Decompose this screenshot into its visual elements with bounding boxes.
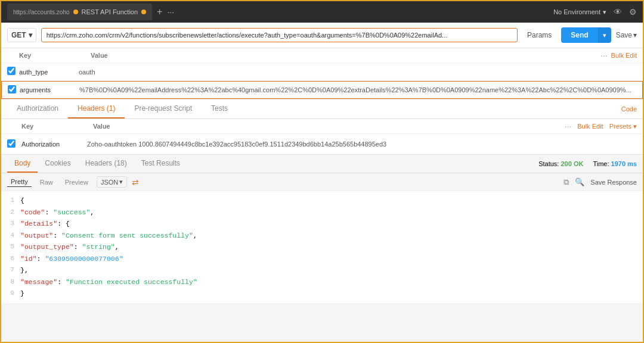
chevron-down-icon: ▾ xyxy=(119,178,123,186)
headers-section: Key Value ··· Bulk Edit Presets ▾ Author… xyxy=(1,119,643,155)
params-rows: auth_type oauth arguments %7B%0D%0A09%22… xyxy=(1,63,643,99)
code-line: 5 "output_type": "string", xyxy=(1,241,643,253)
line-content: "id": "63095000000077006" xyxy=(20,253,637,265)
code-line: 1{ xyxy=(1,195,643,207)
params-header: Key Value ··· Bulk Edit xyxy=(1,48,643,63)
headers-value-header: Value xyxy=(93,123,565,130)
url-input[interactable] xyxy=(41,28,518,42)
header-checkbox[interactable] xyxy=(7,139,21,149)
tab-label: REST API Function xyxy=(82,8,138,15)
status-label: Status: 200 OK xyxy=(538,160,583,167)
format-label: JSON xyxy=(101,179,118,186)
code-line: 8 "message": "Function executed successf… xyxy=(1,276,643,288)
code-line: 2 "code": "success", xyxy=(1,207,643,219)
code-line: 7 }, xyxy=(1,264,643,276)
send-dropdown-button[interactable]: ▾ xyxy=(598,27,611,43)
param-checkbox[interactable] xyxy=(7,67,19,77)
line-content: "code": "success", xyxy=(20,207,637,219)
code-link[interactable]: Code xyxy=(621,105,637,113)
param-key: arguments xyxy=(20,86,79,93)
params-value-header: Value xyxy=(91,52,600,59)
chevron-down-icon: ▾ xyxy=(29,31,32,39)
response-tab-test-results[interactable]: Test Results xyxy=(134,155,187,173)
eye-icon[interactable]: 👁 xyxy=(614,7,622,17)
chevron-down-icon: ▾ xyxy=(633,31,637,39)
env-label: No Environment xyxy=(553,8,600,15)
gear-icon[interactable]: ⚙ xyxy=(629,7,637,17)
params-section: Key Value ··· Bulk Edit auth_type oauth … xyxy=(1,48,643,99)
response-tabs: BodyCookiesHeaders (18)Test Results xyxy=(7,155,187,173)
headers-actions: ··· Bulk Edit Presets ▾ xyxy=(565,121,637,131)
params-button[interactable]: Params xyxy=(522,29,556,42)
request-tab-headers-1[interactable]: Headers (1) xyxy=(68,99,125,119)
line-content: "output_type": "string", xyxy=(20,241,637,253)
request-tab-tests[interactable]: Tests xyxy=(202,99,237,119)
method-selector[interactable]: GET ▾ xyxy=(7,28,36,42)
format-selector[interactable]: JSON ▾ xyxy=(97,176,127,188)
status-value: 200 OK xyxy=(561,160,583,167)
send-button-group: Send ▾ xyxy=(561,27,611,43)
line-content: "output": "Consent form sent successfull… xyxy=(20,230,637,242)
line-content: } xyxy=(20,288,637,300)
environment-selector[interactable]: No Environment ▾ xyxy=(553,8,606,16)
headers-presets-button[interactable]: Presets ▾ xyxy=(609,123,637,130)
code-line: 3 "details": { xyxy=(1,218,643,230)
line-number: 6 xyxy=(1,253,20,264)
code-line: 9} xyxy=(1,288,643,300)
line-content: { xyxy=(20,195,637,207)
headers-key-header: Key xyxy=(21,123,93,130)
code-line: 4 "output": "Consent form sent successfu… xyxy=(1,230,643,242)
save-response-button[interactable]: Save Response xyxy=(590,179,637,186)
line-number: 3 xyxy=(1,218,20,229)
line-content: "message": "Function executed successful… xyxy=(20,276,637,288)
header-key: Authorization xyxy=(21,141,87,148)
header-row: Authorization Zoho-oauthtoken 1000.86074… xyxy=(1,134,643,154)
response-tabs-row: BodyCookiesHeaders (18)Test Results Stat… xyxy=(1,155,643,173)
param-checkbox[interactable] xyxy=(8,85,20,95)
save-button-group[interactable]: Save ▾ xyxy=(616,31,637,39)
line-number: 8 xyxy=(1,276,20,288)
browser-tab[interactable]: https://accounts.zoho REST API Function xyxy=(7,4,152,20)
param-row: auth_type oauth xyxy=(1,63,643,81)
search-icon[interactable]: 🔍 xyxy=(575,177,584,186)
line-number: 4 xyxy=(1,230,20,241)
wrap-icon[interactable]: ⇄ xyxy=(132,177,139,187)
response-tab-headers-18[interactable]: Headers (18) xyxy=(78,155,134,173)
line-number: 5 xyxy=(1,241,20,252)
headers-more-icon[interactable]: ··· xyxy=(565,121,572,131)
body-toolbar: Pretty Raw Preview JSON ▾ ⇄ ⧉ 🔍 Save Res… xyxy=(1,173,643,191)
raw-tab[interactable]: Raw xyxy=(36,177,57,187)
param-value: %7B%0D%0A09%22emailAddress%22%3A%22abc%4… xyxy=(79,86,636,93)
response-tab-cookies[interactable]: Cookies xyxy=(38,155,78,173)
request-tab-pre-request-script[interactable]: Pre-request Script xyxy=(125,99,202,119)
line-number: 1 xyxy=(1,195,20,206)
request-tabs-row: AuthorizationHeaders (1)Pre-request Scri… xyxy=(1,99,643,119)
time-value: 1970 ms xyxy=(611,160,637,167)
line-number: 7 xyxy=(1,264,20,276)
line-number: 2 xyxy=(1,207,20,218)
time-label: Time: 1970 ms xyxy=(593,160,637,167)
request-tabs: AuthorizationHeaders (1)Pre-request Scri… xyxy=(7,99,237,119)
params-key-header: Key xyxy=(19,52,91,59)
params-bulk-edit-button[interactable]: Bulk Edit xyxy=(611,52,637,59)
line-number: 9 xyxy=(1,288,20,299)
request-tab-authorization[interactable]: Authorization xyxy=(7,99,68,119)
params-more-icon[interactable]: ··· xyxy=(600,51,608,60)
response-tab-body[interactable]: Body xyxy=(7,155,38,173)
url-bar-row: GET ▾ Params Send ▾ Save ▾ xyxy=(1,23,643,48)
top-right-actions: No Environment ▾ 👁 ⚙ xyxy=(553,7,637,17)
copy-icon[interactable]: ⧉ xyxy=(564,177,569,187)
line-content: }, xyxy=(20,264,637,276)
main-content: GET ▾ Params Send ▾ Save ▾ Key Value ···… xyxy=(1,23,643,343)
send-button[interactable]: Send xyxy=(561,27,597,43)
preview-tab[interactable]: Preview xyxy=(61,177,92,187)
more-tabs-button[interactable]: ··· xyxy=(167,7,174,17)
headers-bulk-edit-button[interactable]: Bulk Edit xyxy=(577,123,603,130)
code-line: 6 "id": "63095000000077006" xyxy=(1,253,643,265)
param-value: oauth xyxy=(79,68,637,76)
tab-dot xyxy=(73,10,78,14)
add-tab-button[interactable]: + xyxy=(157,7,162,17)
top-bar: https://accounts.zoho REST API Function … xyxy=(1,1,643,23)
tab-dot2 xyxy=(141,10,146,14)
pretty-tab[interactable]: Pretty xyxy=(7,177,32,187)
